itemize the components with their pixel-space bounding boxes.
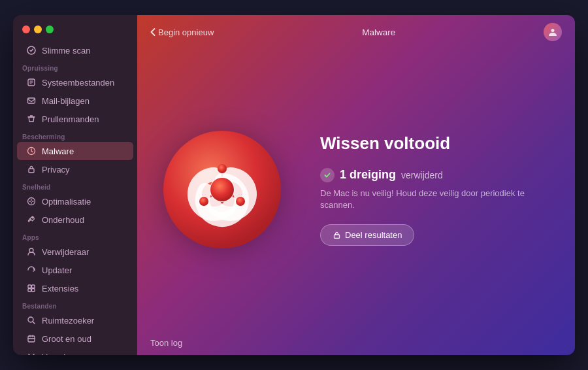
window-controls (13, 23, 137, 41)
share-results-button[interactable]: Deel resultaten (320, 224, 414, 246)
svg-point-13 (551, 29, 555, 32)
result-title: Wissen voltooid (320, 133, 536, 154)
sidebar-item-extensies[interactable]: Extensies (17, 279, 133, 297)
prullenmanden-label: Prullenmanden (42, 114, 99, 124)
sidebar-item-groot-en-oud[interactable]: Groot en oud (17, 329, 133, 348)
slimme-scan-icon (26, 45, 37, 56)
groot-en-oud-label: Groot en oud (42, 334, 91, 344)
onderhoud-label: Onderhoud (42, 215, 84, 225)
maximize-button[interactable] (46, 25, 54, 33)
lock-icon (333, 231, 341, 239)
sidebar-item-onderhoud[interactable]: Onderhoud (17, 210, 133, 229)
sidebar-item-ruimtezoeker[interactable]: Ruimtezoeker (17, 311, 133, 329)
groot-en-oud-icon (26, 333, 37, 344)
biohazard-illustration (150, 118, 294, 261)
svg-point-20 (236, 197, 245, 206)
section-apps: Apps (13, 229, 137, 243)
sidebar-item-systeembestanden[interactable]: Systeembestanden (17, 73, 133, 92)
svg-point-6 (29, 248, 33, 252)
threat-subtitle: De Mac is nu veilig! Houd deze veilig do… (320, 188, 536, 211)
svg-rect-2 (28, 98, 35, 103)
show-log-button[interactable]: Toon log (150, 338, 182, 348)
section-snelheid: Snelheid (13, 178, 137, 192)
svg-point-5 (28, 198, 35, 205)
section-opruissing: Opruissing (13, 59, 137, 73)
back-label: Begin opnieuw (158, 27, 214, 37)
checkmark-icon (323, 171, 331, 179)
sidebar-item-versnipperaar[interactable]: Versnipperaar (17, 348, 133, 355)
versnipperaar-icon (26, 352, 37, 355)
ruimtezoeker-icon (26, 315, 37, 326)
optimalisatie-label: Optimalisatie (42, 197, 91, 207)
privacy-icon (26, 164, 37, 175)
footer: Toon log (137, 330, 575, 355)
updater-label: Updater (42, 265, 72, 275)
minimize-button[interactable] (34, 25, 42, 33)
malware-icon (26, 146, 37, 156)
mail-bijlagen-label: Mail-bijlagen (42, 96, 90, 106)
prullenmanden-icon (26, 114, 37, 124)
sidebar-item-mail-bijlagen[interactable]: Mail-bijlagen (17, 92, 133, 110)
ruimtezoeker-label: Ruimtezoeker (42, 316, 94, 326)
systeembestanden-label: Systeembestanden (42, 78, 114, 88)
sidebar-item-slimme-scan[interactable]: Slimme scan (17, 41, 133, 59)
sidebar-item-optimalisatie[interactable]: Optimalisatie (17, 192, 133, 210)
privacy-label: Privacy (42, 165, 70, 175)
systeembestanden-icon (26, 77, 37, 88)
sidebar-item-prullenmanden[interactable]: Prullenmanden (17, 110, 133, 128)
svg-rect-10 (32, 289, 35, 292)
svg-rect-8 (32, 285, 35, 288)
sidebar-item-updater[interactable]: Updater (17, 261, 133, 279)
onderhoud-icon (26, 214, 37, 225)
main-header: Begin opnieuw Malware (137, 15, 575, 49)
optimalisatie-icon (26, 196, 37, 207)
extensies-label: Extensies (42, 284, 78, 294)
sidebar-item-malware[interactable]: Malware (17, 142, 133, 160)
slimme-scan-label: Slimme scan (42, 46, 90, 56)
section-bestanden: Bestanden (13, 297, 137, 311)
avatar-button[interactable] (544, 23, 562, 41)
threat-count: 1 dreiging (340, 168, 396, 182)
svg-rect-4 (29, 169, 34, 173)
sidebar-item-verwijderaar[interactable]: Verwijderaar (17, 243, 133, 261)
svg-rect-9 (28, 289, 31, 292)
svg-point-11 (28, 317, 33, 322)
versnipperaar-label: Versnipperaar (42, 352, 95, 356)
chevron-left-icon (150, 28, 155, 36)
svg-point-19 (199, 197, 208, 206)
svg-rect-7 (28, 285, 31, 288)
app-window: Slimme scan Opruissing Systeembestanden … (13, 15, 575, 355)
mail-bijlagen-icon (26, 95, 37, 106)
verwijderaar-label: Verwijderaar (42, 247, 89, 257)
back-button[interactable]: Begin opnieuw (150, 27, 214, 37)
share-button-label: Deel resultaten (345, 230, 402, 240)
threat-removed-label: verwijderd (401, 170, 443, 180)
updater-icon (26, 265, 37, 275)
content-area: Wissen voltooid 1 dreiging verwijderd De… (137, 49, 575, 330)
sidebar-item-privacy[interactable]: Privacy (17, 160, 133, 178)
section-bescherming: Bescherming (13, 128, 137, 142)
close-button[interactable] (22, 25, 30, 33)
malware-label: Malware (42, 146, 74, 156)
svg-rect-21 (335, 235, 340, 239)
check-circle-icon (320, 168, 335, 182)
sidebar: Slimme scan Opruissing Systeembestanden … (13, 15, 137, 355)
svg-point-17 (210, 178, 234, 201)
result-area: Wissen voltooid 1 dreiging verwijderd De… (294, 133, 536, 246)
biohazard-icon (157, 124, 287, 255)
header-title: Malware (362, 27, 395, 37)
main-content: Begin opnieuw Malware (137, 15, 575, 355)
threat-row: 1 dreiging verwijderd (320, 168, 536, 182)
verwijderaar-icon (26, 246, 37, 257)
svg-point-18 (218, 164, 227, 173)
avatar-icon (547, 27, 558, 37)
extensies-icon (26, 283, 37, 294)
